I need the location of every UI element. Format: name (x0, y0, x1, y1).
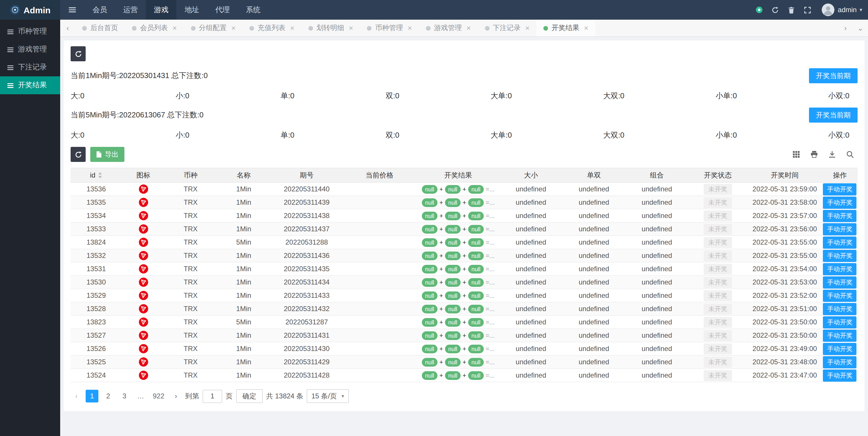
tab-item-下注记录[interactable]: 下注记录× (478, 20, 536, 36)
cell-size: undefined (499, 315, 562, 329)
filter-columns-icon[interactable] (791, 149, 802, 160)
column-header-大小: 大小 (499, 168, 562, 182)
fullscreen-icon[interactable] (800, 0, 816, 20)
manual-draw-button[interactable]: 手动开奖 (823, 276, 857, 288)
tab-close-icon[interactable]: × (466, 24, 471, 32)
trash-icon[interactable] (783, 0, 800, 20)
per-page-select[interactable]: 15 条/页 ▾ (307, 389, 349, 403)
tab-item-游戏管理[interactable]: 游戏管理× (419, 20, 478, 36)
result-pill: null (445, 185, 461, 194)
tab-item-会员列表[interactable]: 会员列表× (125, 20, 184, 36)
draw-current-1min-button[interactable]: 开奖当前期 (809, 68, 858, 83)
tab-close-icon[interactable]: × (584, 24, 588, 32)
manual-draw-button[interactable]: 手动开奖 (823, 263, 857, 275)
table-refresh-button[interactable] (71, 147, 86, 162)
tab-close-icon[interactable]: × (408, 24, 412, 32)
tab-close-icon[interactable]: × (231, 24, 236, 32)
tab-close-icon[interactable]: × (349, 24, 353, 32)
top-nav-item-代理[interactable]: 代理 (207, 0, 238, 20)
manual-draw-button[interactable]: 手动开奖 (823, 343, 857, 355)
tab-close-icon[interactable]: × (290, 24, 294, 32)
tab-label: 会员列表 (140, 23, 168, 33)
menu-toggle-icon[interactable] (60, 0, 85, 20)
refresh-icon[interactable] (767, 0, 783, 20)
avatar[interactable] (822, 3, 834, 16)
panel-refresh-button[interactable] (71, 46, 86, 61)
top-nav-item-地址[interactable]: 地址 (177, 0, 207, 20)
cell-combo: undefined (625, 249, 688, 262)
manual-draw-button[interactable]: 手动开奖 (823, 290, 857, 302)
manual-draw-button[interactable]: 手动开奖 (823, 183, 857, 195)
tab-item-开奖结果[interactable]: 开奖结果× (536, 20, 595, 36)
manual-draw-button[interactable]: 手动开奖 (823, 196, 857, 208)
column-header-id[interactable]: id (71, 168, 122, 182)
prev-page-icon[interactable]: ‹ (71, 390, 82, 402)
cell-action: 手动开奖 (822, 342, 858, 355)
tab-close-icon[interactable]: × (525, 24, 529, 32)
tab-prev-icon[interactable]: ‹ (60, 20, 75, 36)
top-nav: 会员运营游戏地址代理系统 (60, 0, 751, 20)
result-equals: =... (486, 305, 495, 312)
manual-draw-button[interactable]: 手动开奖 (823, 249, 857, 262)
manual-draw-button[interactable]: 手动开奖 (823, 369, 857, 381)
sidebar-item-币种管理[interactable]: 币种管理 (0, 23, 60, 40)
top-nav-item-系统[interactable]: 系统 (238, 0, 269, 20)
draw-current-5min-button[interactable]: 开奖当前期 (809, 107, 858, 123)
sort-icon[interactable] (98, 172, 102, 179)
username[interactable]: admin (838, 6, 857, 14)
table-row: 13524TRX1Min202205311428null+null+null=.… (71, 369, 858, 382)
result-pill: null (468, 331, 484, 340)
cell-action: 手动开奖 (822, 302, 858, 315)
tab-item-充值列表[interactable]: 充值列表× (243, 20, 301, 36)
cell-parity: undefined (562, 249, 625, 262)
tab-item-分组配置[interactable]: 分组配置× (184, 20, 243, 36)
cell-coin: TRX (165, 355, 216, 369)
user-caret-icon[interactable]: ▾ (860, 7, 862, 13)
theme-icon[interactable] (751, 0, 767, 20)
table-row: 13536TRX1Min202205311440null+null+null=.… (71, 182, 858, 196)
result-equals: =... (486, 252, 495, 259)
top-nav-item-会员[interactable]: 会员 (85, 0, 115, 20)
cell-size: undefined (499, 209, 562, 222)
tab-item-划转明细[interactable]: 划转明细× (302, 20, 360, 36)
sidebar-item-开奖结果[interactable]: 开奖结果 (0, 76, 60, 94)
manual-draw-button[interactable]: 手动开奖 (823, 223, 857, 235)
page-button-1[interactable]: 1 (86, 390, 98, 402)
manual-draw-button[interactable]: 手动开奖 (823, 356, 857, 368)
tab-menu-icon[interactable]: ⌄ (853, 20, 868, 36)
status-badge: 未开奖 (704, 237, 732, 248)
cell-name: 1Min (216, 289, 271, 302)
tab-next-icon[interactable]: › (838, 20, 853, 36)
table-row: 13824TRX5Min20220531288null+null+null=..… (71, 236, 858, 249)
page-button-3[interactable]: 3 (118, 390, 131, 402)
export-button[interactable]: 导出 (90, 147, 124, 162)
top-nav-item-运营[interactable]: 运营 (115, 0, 146, 20)
manual-draw-button[interactable]: 手动开奖 (823, 210, 857, 222)
page-button-922[interactable]: 922 (151, 390, 167, 402)
tab-item-币种管理[interactable]: 币种管理× (360, 20, 419, 36)
manual-draw-button[interactable]: 手动开奖 (823, 303, 857, 315)
tab-item-后台首页[interactable]: 后台首页 (75, 20, 125, 36)
manual-draw-button[interactable]: 手动开奖 (823, 316, 857, 328)
sidebar-item-游戏管理[interactable]: 游戏管理 (0, 40, 60, 58)
top-nav-item-游戏[interactable]: 游戏 (146, 0, 177, 20)
download-icon[interactable] (827, 149, 837, 160)
tab-dot-icon (426, 26, 431, 30)
tabbar: ‹ 后台首页会员列表×分组配置×充值列表×划转明细×币种管理×游戏管理×下注记录… (60, 20, 868, 37)
manual-draw-button[interactable]: 手动开奖 (823, 236, 857, 248)
column-header-label: 组合 (650, 170, 664, 180)
jump-page-input[interactable] (203, 390, 222, 403)
next-page-icon[interactable]: › (170, 390, 182, 402)
sidebar-item-下注记录[interactable]: 下注记录 (0, 58, 60, 76)
page-button-2[interactable]: 2 (102, 390, 115, 402)
cell-parity: undefined (562, 355, 625, 369)
print-icon[interactable] (809, 149, 819, 160)
cell-result: null+null+null=... (417, 275, 500, 289)
tab-close-icon[interactable]: × (173, 24, 177, 32)
cell-id: 13528 (71, 302, 122, 315)
jump-confirm-button[interactable]: 确定 (236, 389, 263, 403)
search-icon[interactable] (845, 149, 855, 160)
cell-id: 13536 (71, 182, 122, 196)
result-plus: + (439, 371, 443, 378)
manual-draw-button[interactable]: 手动开奖 (823, 329, 857, 341)
